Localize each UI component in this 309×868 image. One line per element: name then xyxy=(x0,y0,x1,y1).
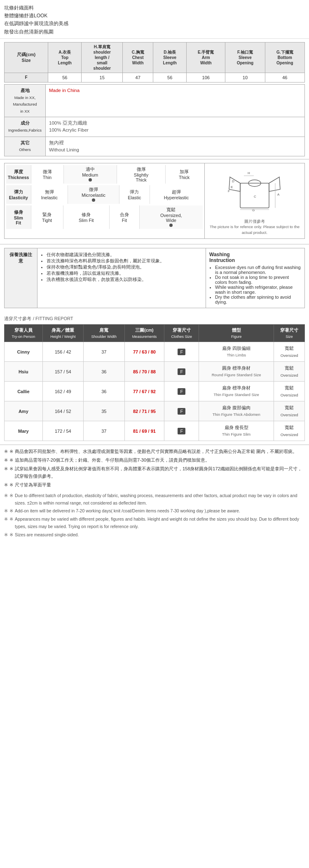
size-val-a: 56 xyxy=(48,73,82,82)
size-val-e: 106 xyxy=(187,73,225,82)
thickness-opt-1: 微薄Thin xyxy=(31,165,63,184)
fitting-cell-figure: 扁身 腹部偏肉Thin Figure Thick Abdomen xyxy=(199,401,274,421)
elasticity-opt-4: 超彈Hyperelastic xyxy=(150,185,203,204)
size-col-size-label: 尺碼(cm)Size xyxy=(5,42,48,73)
diagram-note: 圖片僅參考 The picture is for refence only. P… xyxy=(208,219,301,235)
origin-label: 產地 Made in XX,Manufacturedin XX xyxy=(5,85,46,117)
others-value: 無內裡 Without Lining xyxy=(46,137,305,156)
washing-zh-5: 洗衣槽脫水後請立即晾衣，勿放置過久以防移染。 xyxy=(47,276,202,283)
fitting-cell-measurements: 85 / 70 / 88 xyxy=(124,362,164,382)
diagram-note-zh: 圖片僅參考 xyxy=(208,219,301,224)
note-zh-3: ※尺寸皆為單面平量 xyxy=(4,481,305,489)
fitting-title: 適穿尺寸參考 / FITTING REPORT xyxy=(4,315,305,322)
elasticity-row-label: 彈力Elasticity xyxy=(6,185,31,204)
washing-label-zh: 保養洗滌注意 xyxy=(9,252,32,263)
svg-text:F: F xyxy=(228,189,230,193)
fitting-cell-figure: 扁身 標準身材Thin Figure Standard Size xyxy=(199,382,274,401)
size-table-section: 尺碼(cm)Size A.衣長TopLength H.單肩寬shoulderle… xyxy=(0,42,309,83)
fitting-section: 適穿尺寸參考 / FITTING REPORT 穿著人員Try-on Perso… xyxy=(0,311,309,444)
fitting-th-shoulder: 肩寬Shoulder Width xyxy=(84,324,125,342)
size-val-g: 46 xyxy=(265,73,304,82)
info-table: 產地 Made in XX,Manufacturedin XX Made in … xyxy=(4,84,305,156)
note-zh-0: ※商品會因不同批製作、布料彈性、水洗處理或測量監等因素，使顏色尺寸與實際商品略有… xyxy=(4,448,305,455)
note-en-0: ※Due to different batch of production, e… xyxy=(4,492,305,507)
fitting-cell-shoulder: 35 xyxy=(84,401,125,421)
washing-en-4: Dry the clothes after spinning to avoid … xyxy=(215,295,301,304)
size-val-d: 56 xyxy=(153,73,187,82)
fit-opt-3: 合身Fit xyxy=(109,205,139,229)
washing-zh-2: 首次洗滌時深色布料易釋放出多餘固色劑，屬於正常現象。 xyxy=(47,258,202,264)
origin-label-zh: 產地 xyxy=(21,88,30,93)
elasticity-subtable: 彈力Elasticity 無彈Inelastic 微彈Microelastic … xyxy=(6,185,203,204)
fitting-cell-shoulder: 37 xyxy=(84,421,125,441)
origin-value: Made in China xyxy=(46,85,305,117)
ingredients-en: 100% Acrylic Fiber xyxy=(49,127,89,132)
fitting-cell-clothes-size: F xyxy=(164,362,199,382)
others-en: Without Lining xyxy=(49,147,79,152)
basic-info-row: 厚度Thickness 微薄Thin 適中Medium 微厚SlightlyTh… xyxy=(5,163,305,239)
top-description: 坑條針織面料 整體慵懶舒適LOOK 在低調靜謐中展現流浪的美感 散發出自然清新的… xyxy=(0,0,309,39)
washing-zh-4: 若衣服機洗滌時，請以低速短程洗滌。 xyxy=(47,270,202,276)
fitting-cell-hw: 164 / 52 xyxy=(42,401,83,421)
note-en-2: ※Appearances may be varied with differen… xyxy=(4,516,305,531)
elasticity-opt-1: 無彈Inelastic xyxy=(31,185,68,204)
washing-en-2: Do not soak in a long time to prevent co… xyxy=(215,275,301,285)
fitting-row: Cinny 156 / 42 37 77 / 63 / 80 F 扁身 四肢偏細… xyxy=(5,342,305,362)
notes-en-container: ※Due to different batch of production, e… xyxy=(4,492,305,539)
fitting-cell-clothes-size: F xyxy=(164,382,199,401)
fitting-th-figure: 體型Figure xyxy=(199,324,274,342)
fitting-header-row: 穿著人員Try-on Person 身高／體重Height / Weight 肩… xyxy=(5,324,305,342)
fit-opt-4: 寬鬆Oversized,Wide xyxy=(139,205,203,229)
size-col-h: H.單肩寬shoulderlength /smallshoulder xyxy=(82,42,123,73)
size-row-label: F xyxy=(5,73,48,82)
washing-section: 保養洗滌注意 任何衣物都建議深淺色分開洗滌。 首次洗滌時深色布料易釋放出多餘固色… xyxy=(0,244,309,311)
fitting-row: Amy 164 / 52 35 82 / 71 / 95 F 扁身 腹部偏肉Th… xyxy=(5,401,305,421)
fitting-row: Callie 162 / 49 36 77 / 67 / 92 F 扁身 標準身… xyxy=(5,382,305,401)
ingredients-label: 成分 Ingredients,Fabrics xyxy=(5,117,46,137)
fitting-cell-clothes-size: F xyxy=(164,401,199,421)
others-label-en: Others xyxy=(19,147,31,152)
fitting-cell-size: 寬鬆Oversized xyxy=(274,362,305,382)
size-col-a: A.衣長TopLength xyxy=(48,42,82,73)
washing-en-3: While washing with refrigerator, please … xyxy=(215,285,301,295)
fitting-cell-measurements: 81 / 69 / 91 xyxy=(124,421,164,441)
fitting-cell-shoulder: 37 xyxy=(84,342,125,362)
size-val-f: 10 xyxy=(225,73,265,82)
thickness-opt-4: 加厚Thick xyxy=(166,165,203,184)
fitting-table: 穿著人員Try-on Person 身高／體重Height / Weight 肩… xyxy=(4,324,305,441)
elasticity-opt-2: 微彈Microelastic xyxy=(68,185,119,204)
desc-line-1: 坑條針織面料 xyxy=(4,4,305,12)
thickness-opt-2: 適中Medium xyxy=(63,165,117,184)
fitting-cell-size: 寬鬆Oversized xyxy=(274,401,305,421)
size-col-g: G.下擺寬BottomOpening xyxy=(265,42,304,73)
fitting-cell-size: 寬鬆Oversized xyxy=(274,421,305,441)
fit-subtable: 修身SlimFit 緊身Tight 修身Slim Fit 合身Fit 寬鬆Ove… xyxy=(6,205,203,229)
washing-right-list: Excessive dyes run off during first wash… xyxy=(209,265,301,304)
fitting-th-hw: 身高／體重Height / Weight xyxy=(42,324,83,342)
fit-opt-1: 緊身Tight xyxy=(31,205,63,229)
desc-line-4: 散發出自然清新的氛圍 xyxy=(4,28,305,36)
fitting-cell-hw: 156 / 42 xyxy=(42,342,83,362)
fitting-cell-hw: 157 / 54 xyxy=(42,362,83,382)
washing-right-title: WashingInstruction xyxy=(209,252,301,263)
size-col-c: C.胸寬ChestWidth xyxy=(123,42,153,73)
fit-opt-2: 修身Slim Fit xyxy=(63,205,109,229)
svg-marker-2 xyxy=(269,177,280,191)
fitting-cell-measurements: 82 / 71 / 95 xyxy=(124,401,164,421)
ingredients-label-zh: 成分 xyxy=(21,120,30,125)
sweater-diagram: H A C D E F G xyxy=(226,167,283,216)
note-zh-2: ※試穿結果會因每人感受及身材比例穿著值而有所不同，身高體重不表示購買的尺寸，15… xyxy=(4,465,305,480)
fitting-cell-size: 寬鬆Oversized xyxy=(274,382,305,401)
origin-row: 產地 Made in XX,Manufacturedin XX Made in … xyxy=(5,85,305,117)
fitting-row: Hsiu 157 / 54 36 85 / 70 / 88 F 圓身 標準身材R… xyxy=(5,362,305,382)
ingredients-label-en: Ingredients,Fabrics xyxy=(8,128,42,132)
fitting-cell-hw: 162 / 49 xyxy=(42,382,83,401)
thickness-row-label: 厚度Thickness xyxy=(6,165,31,184)
fitting-title-en: / FITTING REPORT xyxy=(33,316,73,321)
fitting-cell-measurements: 77 / 67 / 92 xyxy=(124,382,164,401)
ingredients-row: 成分 Ingredients,Fabrics 100% 亞克力纖維 100% A… xyxy=(5,117,305,137)
note-zh-1: ※追加商品需等待7-20個工作天；針織、外套、牛仔類商品則需7-30個工作天，請… xyxy=(4,456,305,464)
basic-info-table: 厚度Thickness 微薄Thin 適中Medium 微厚SlightlyTh… xyxy=(4,163,305,239)
note-en-3: ※Sizes are measured single-sided. xyxy=(4,531,305,539)
fitting-cell-figure: 扁身 四肢偏細Thin Limbs xyxy=(199,342,274,362)
